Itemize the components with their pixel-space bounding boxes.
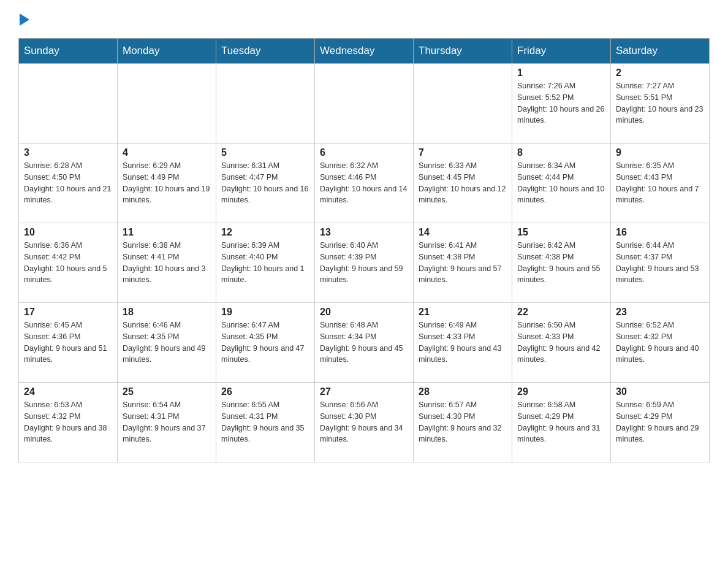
day-number: 17 <box>24 307 112 318</box>
day-number: 13 <box>320 227 408 238</box>
column-header-sunday: Sunday <box>19 39 118 64</box>
day-number: 18 <box>123 307 211 318</box>
day-number: 5 <box>221 147 309 158</box>
calendar-cell: 24Sunrise: 6:53 AM Sunset: 4:32 PM Dayli… <box>19 383 118 462</box>
column-header-friday: Friday <box>512 39 611 64</box>
calendar-cell <box>19 64 118 144</box>
day-info: Sunrise: 6:46 AM Sunset: 4:35 PM Dayligh… <box>123 320 211 366</box>
day-info: Sunrise: 6:55 AM Sunset: 4:31 PM Dayligh… <box>221 399 309 445</box>
day-number: 1 <box>517 67 605 79</box>
calendar-cell: 29Sunrise: 6:58 AM Sunset: 4:29 PM Dayli… <box>512 383 611 462</box>
day-info: Sunrise: 6:50 AM Sunset: 4:33 PM Dayligh… <box>517 320 605 366</box>
column-header-wednesday: Wednesday <box>315 39 414 64</box>
calendar-cell: 30Sunrise: 6:59 AM Sunset: 4:29 PM Dayli… <box>611 383 710 462</box>
day-number: 25 <box>123 386 211 397</box>
day-number: 14 <box>419 227 507 238</box>
calendar-week-row: 10Sunrise: 6:36 AM Sunset: 4:42 PM Dayli… <box>19 223 710 303</box>
day-number: 15 <box>517 227 605 238</box>
day-number: 2 <box>616 67 704 79</box>
calendar-cell: 15Sunrise: 6:42 AM Sunset: 4:38 PM Dayli… <box>512 223 611 303</box>
calendar-cell: 19Sunrise: 6:47 AM Sunset: 4:35 PM Dayli… <box>216 303 315 383</box>
day-info: Sunrise: 6:32 AM Sunset: 4:46 PM Dayligh… <box>320 160 408 206</box>
day-number: 12 <box>221 227 309 238</box>
day-number: 9 <box>616 147 704 158</box>
day-info: Sunrise: 6:54 AM Sunset: 4:31 PM Dayligh… <box>123 399 211 445</box>
calendar-cell: 13Sunrise: 6:40 AM Sunset: 4:39 PM Dayli… <box>315 223 414 303</box>
calendar-cell: 11Sunrise: 6:38 AM Sunset: 4:41 PM Dayli… <box>118 223 216 303</box>
calendar-week-row: 17Sunrise: 6:45 AM Sunset: 4:36 PM Dayli… <box>19 303 710 383</box>
day-number: 24 <box>24 386 112 397</box>
day-info: Sunrise: 6:35 AM Sunset: 4:43 PM Dayligh… <box>616 160 704 206</box>
page-header <box>18 12 710 26</box>
calendar-cell: 2Sunrise: 7:27 AM Sunset: 5:51 PM Daylig… <box>611 64 710 144</box>
day-number: 23 <box>616 307 704 318</box>
day-info: Sunrise: 6:39 AM Sunset: 4:40 PM Dayligh… <box>221 240 309 286</box>
day-number: 21 <box>419 307 507 318</box>
day-number: 27 <box>320 386 408 397</box>
column-header-tuesday: Tuesday <box>216 39 315 64</box>
calendar-cell: 4Sunrise: 6:29 AM Sunset: 4:49 PM Daylig… <box>118 144 216 223</box>
day-number: 28 <box>419 386 507 397</box>
calendar-cell: 12Sunrise: 6:39 AM Sunset: 4:40 PM Dayli… <box>216 223 315 303</box>
calendar-cell: 26Sunrise: 6:55 AM Sunset: 4:31 PM Dayli… <box>216 383 315 462</box>
calendar-table: SundayMondayTuesdayWednesdayThursdayFrid… <box>18 38 710 462</box>
day-number: 26 <box>221 386 309 397</box>
day-info: Sunrise: 6:40 AM Sunset: 4:39 PM Dayligh… <box>320 240 408 286</box>
calendar-cell: 9Sunrise: 6:35 AM Sunset: 4:43 PM Daylig… <box>611 144 710 223</box>
day-info: Sunrise: 6:29 AM Sunset: 4:49 PM Dayligh… <box>123 160 211 206</box>
day-number: 6 <box>320 147 408 158</box>
calendar-cell <box>118 64 216 144</box>
calendar-week-row: 3Sunrise: 6:28 AM Sunset: 4:50 PM Daylig… <box>19 144 710 223</box>
day-info: Sunrise: 6:52 AM Sunset: 4:32 PM Dayligh… <box>616 320 704 366</box>
day-info: Sunrise: 6:33 AM Sunset: 4:45 PM Dayligh… <box>419 160 507 206</box>
calendar-week-row: 1Sunrise: 7:26 AM Sunset: 5:52 PM Daylig… <box>19 64 710 144</box>
column-header-monday: Monday <box>118 39 216 64</box>
column-header-thursday: Thursday <box>414 39 512 64</box>
calendar-cell <box>414 64 512 144</box>
day-info: Sunrise: 6:36 AM Sunset: 4:42 PM Dayligh… <box>24 240 112 286</box>
calendar-header-row: SundayMondayTuesdayWednesdayThursdayFrid… <box>19 39 710 64</box>
calendar-cell: 7Sunrise: 6:33 AM Sunset: 4:45 PM Daylig… <box>414 144 512 223</box>
day-info: Sunrise: 6:56 AM Sunset: 4:30 PM Dayligh… <box>320 399 408 445</box>
day-info: Sunrise: 6:28 AM Sunset: 4:50 PM Dayligh… <box>24 160 112 206</box>
calendar-cell: 28Sunrise: 6:57 AM Sunset: 4:30 PM Dayli… <box>414 383 512 462</box>
day-number: 11 <box>123 227 211 238</box>
day-info: Sunrise: 6:41 AM Sunset: 4:38 PM Dayligh… <box>419 240 507 286</box>
day-info: Sunrise: 6:47 AM Sunset: 4:35 PM Dayligh… <box>221 320 309 366</box>
day-info: Sunrise: 6:48 AM Sunset: 4:34 PM Dayligh… <box>320 320 408 366</box>
column-header-saturday: Saturday <box>611 39 710 64</box>
day-info: Sunrise: 7:27 AM Sunset: 5:51 PM Dayligh… <box>616 80 704 126</box>
calendar-cell <box>315 64 414 144</box>
calendar-cell: 3Sunrise: 6:28 AM Sunset: 4:50 PM Daylig… <box>19 144 118 223</box>
calendar-cell: 18Sunrise: 6:46 AM Sunset: 4:35 PM Dayli… <box>118 303 216 383</box>
day-number: 7 <box>419 147 507 158</box>
day-info: Sunrise: 6:31 AM Sunset: 4:47 PM Dayligh… <box>221 160 309 206</box>
calendar-cell: 22Sunrise: 6:50 AM Sunset: 4:33 PM Dayli… <box>512 303 611 383</box>
day-number: 29 <box>517 386 605 397</box>
calendar-cell: 23Sunrise: 6:52 AM Sunset: 4:32 PM Dayli… <box>611 303 710 383</box>
logo <box>18 12 29 26</box>
calendar-cell: 8Sunrise: 6:34 AM Sunset: 4:44 PM Daylig… <box>512 144 611 223</box>
day-number: 4 <box>123 147 211 158</box>
day-number: 19 <box>221 307 309 318</box>
calendar-cell: 10Sunrise: 6:36 AM Sunset: 4:42 PM Dayli… <box>19 223 118 303</box>
calendar-cell: 17Sunrise: 6:45 AM Sunset: 4:36 PM Dayli… <box>19 303 118 383</box>
calendar-week-row: 24Sunrise: 6:53 AM Sunset: 4:32 PM Dayli… <box>19 383 710 462</box>
day-number: 8 <box>517 147 605 158</box>
day-info: Sunrise: 6:49 AM Sunset: 4:33 PM Dayligh… <box>419 320 507 366</box>
day-info: Sunrise: 6:42 AM Sunset: 4:38 PM Dayligh… <box>517 240 605 286</box>
day-info: Sunrise: 6:57 AM Sunset: 4:30 PM Dayligh… <box>419 399 507 445</box>
day-info: Sunrise: 6:53 AM Sunset: 4:32 PM Dayligh… <box>24 399 112 445</box>
day-info: Sunrise: 6:45 AM Sunset: 4:36 PM Dayligh… <box>24 320 112 366</box>
calendar-cell: 1Sunrise: 7:26 AM Sunset: 5:52 PM Daylig… <box>512 64 611 144</box>
calendar-cell: 6Sunrise: 6:32 AM Sunset: 4:46 PM Daylig… <box>315 144 414 223</box>
calendar-cell: 14Sunrise: 6:41 AM Sunset: 4:38 PM Dayli… <box>414 223 512 303</box>
calendar-cell <box>216 64 315 144</box>
day-info: Sunrise: 6:58 AM Sunset: 4:29 PM Dayligh… <box>517 399 605 445</box>
day-info: Sunrise: 6:38 AM Sunset: 4:41 PM Dayligh… <box>123 240 211 286</box>
day-info: Sunrise: 6:59 AM Sunset: 4:29 PM Dayligh… <box>616 399 704 445</box>
day-number: 3 <box>24 147 112 158</box>
day-number: 16 <box>616 227 704 238</box>
day-number: 10 <box>24 227 112 238</box>
calendar-cell: 16Sunrise: 6:44 AM Sunset: 4:37 PM Dayli… <box>611 223 710 303</box>
